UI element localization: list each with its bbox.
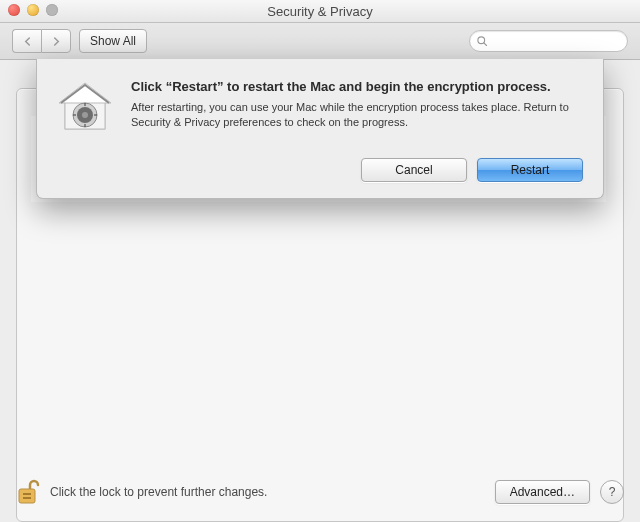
restart-button[interactable]: Restart: [477, 158, 583, 182]
preferences-toolbar: Show All: [0, 23, 640, 60]
svg-rect-11: [19, 489, 35, 503]
chevron-right-icon: [52, 37, 61, 46]
search-icon: [476, 35, 488, 47]
window-title: Security & Privacy: [267, 4, 372, 19]
pane-footer: Click the lock to prevent further change…: [0, 478, 640, 506]
dialog-heading: Click “Restart” to restart the Mac and b…: [131, 79, 583, 94]
advanced-button-label: Advanced…: [510, 485, 575, 499]
unlocked-lock-icon: [16, 478, 40, 506]
svg-point-6: [82, 112, 88, 118]
minimize-window-button[interactable]: [27, 4, 39, 16]
zoom-window-button: [46, 4, 58, 16]
nav-back-button[interactable]: [12, 29, 41, 53]
window-titlebar: Security & Privacy: [0, 0, 640, 23]
show-all-label: Show All: [90, 34, 136, 48]
advanced-button[interactable]: Advanced…: [495, 480, 590, 504]
restart-dialog: Click “Restart” to restart the Mac and b…: [36, 59, 604, 199]
restart-button-label: Restart: [511, 163, 550, 177]
nav-forward-button[interactable]: [41, 29, 71, 53]
help-button-label: ?: [609, 485, 616, 499]
svg-line-1: [484, 43, 487, 46]
chevron-left-icon: [23, 37, 32, 46]
show-all-button[interactable]: Show All: [79, 29, 147, 53]
filevault-house-icon: [55, 79, 115, 142]
close-window-button[interactable]: [8, 4, 20, 16]
lock-hint-text: Click the lock to prevent further change…: [50, 485, 485, 499]
dialog-body: After restarting, you can use your Mac w…: [131, 100, 583, 131]
svg-rect-12: [23, 493, 31, 495]
svg-rect-13: [23, 497, 31, 499]
cancel-button-label: Cancel: [395, 163, 432, 177]
cancel-button[interactable]: Cancel: [361, 158, 467, 182]
search-field[interactable]: [469, 30, 628, 52]
help-button[interactable]: ?: [600, 480, 624, 504]
lock-toggle[interactable]: [16, 478, 40, 506]
nav-segment: [12, 29, 71, 53]
